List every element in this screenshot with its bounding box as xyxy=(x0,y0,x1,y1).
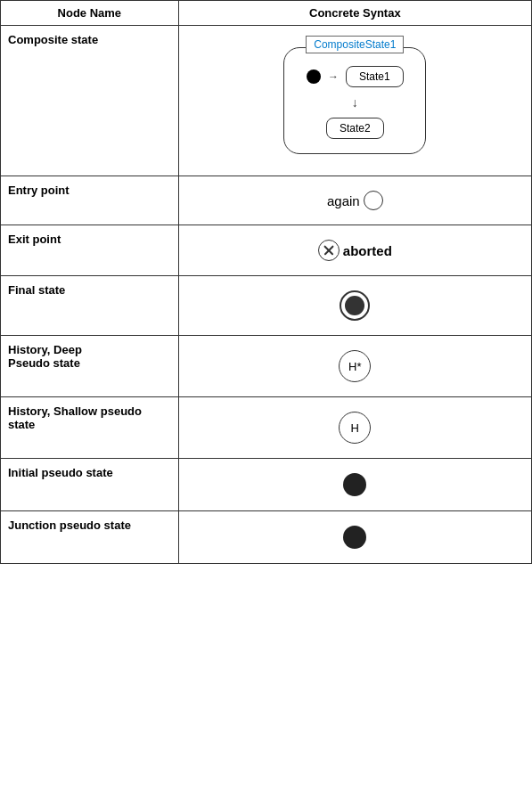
history-shallow-circle: H xyxy=(339,412,371,444)
junction-pseudo-dot xyxy=(343,526,366,549)
node-name-entry: Entry point xyxy=(1,176,179,225)
arrow-right-icon: → xyxy=(328,70,339,83)
node-name-initial: Initial pseudo state xyxy=(1,459,179,511)
exit-label: aborted xyxy=(343,243,392,258)
initial-pseudo-diagram xyxy=(186,473,524,496)
table-row: Entry point again xyxy=(1,176,532,225)
table-row: Final state xyxy=(1,276,532,336)
final-state-outer xyxy=(340,290,370,321)
table-row: Composite state CompositeState1 → State1 xyxy=(1,26,532,176)
main-table: Node Name Concrete Syntax Composite stat… xyxy=(0,0,532,564)
syntax-history-shallow: H xyxy=(178,397,531,459)
node-name-composite: Composite state xyxy=(1,26,179,176)
entry-point-diagram: again xyxy=(186,191,524,210)
exit-point-diagram: aborted xyxy=(186,240,524,261)
table-row: Junction pseudo state xyxy=(1,511,532,564)
node-name-final: Final state xyxy=(1,276,179,336)
table-row: Exit point aborted xyxy=(1,225,532,276)
composite-state-diagram: CompositeState1 → State1 ↓ State2 xyxy=(283,47,426,154)
node-name-junction: Junction pseudo state xyxy=(1,511,179,564)
syntax-composite: CompositeState1 → State1 ↓ State2 xyxy=(178,26,531,176)
table-row: History, Shallow pseudo state H xyxy=(1,397,532,459)
junction-pseudo-diagram xyxy=(186,526,524,549)
table-row: Initial pseudo state xyxy=(1,459,532,511)
node-name-exit: Exit point xyxy=(1,225,179,276)
composite-state2-box: State2 xyxy=(326,118,384,139)
node-name-history-deep: History, DeepPseudo state xyxy=(1,336,179,397)
syntax-exit: aborted xyxy=(178,225,531,276)
composite-outer-box: CompositeState1 → State1 ↓ State2 xyxy=(283,47,426,154)
syntax-initial xyxy=(178,459,531,511)
composite-state1-box: State1 xyxy=(346,66,404,87)
arrow-down-icon: ↓ xyxy=(352,96,358,109)
entry-circle xyxy=(364,191,383,210)
final-state-inner xyxy=(345,296,364,315)
history-deep-diagram: H* xyxy=(186,350,524,382)
syntax-final xyxy=(178,276,531,336)
syntax-entry: again xyxy=(178,176,531,225)
composite-title: CompositeState1 xyxy=(306,36,404,53)
initial-pseudo-dot xyxy=(343,473,366,496)
composite-initial-dot xyxy=(307,69,321,84)
arrow-down-container: ↓ xyxy=(352,96,358,109)
node-name-history-shallow: History, Shallow pseudo state xyxy=(1,397,179,459)
entry-label: again xyxy=(327,193,360,208)
col2-header: Concrete Syntax xyxy=(178,1,531,26)
composite-inner: → State1 ↓ State2 xyxy=(306,66,404,139)
syntax-history-deep: H* xyxy=(178,336,531,397)
syntax-junction xyxy=(178,511,531,564)
composite-row-1: → State1 xyxy=(307,66,404,87)
col1-header: Node Name xyxy=(1,1,179,26)
final-state-diagram xyxy=(186,290,524,321)
history-shallow-diagram: H xyxy=(186,412,524,444)
table-row: History, DeepPseudo state H* xyxy=(1,336,532,397)
exit-circle-icon xyxy=(318,240,340,261)
history-deep-circle: H* xyxy=(339,350,371,382)
